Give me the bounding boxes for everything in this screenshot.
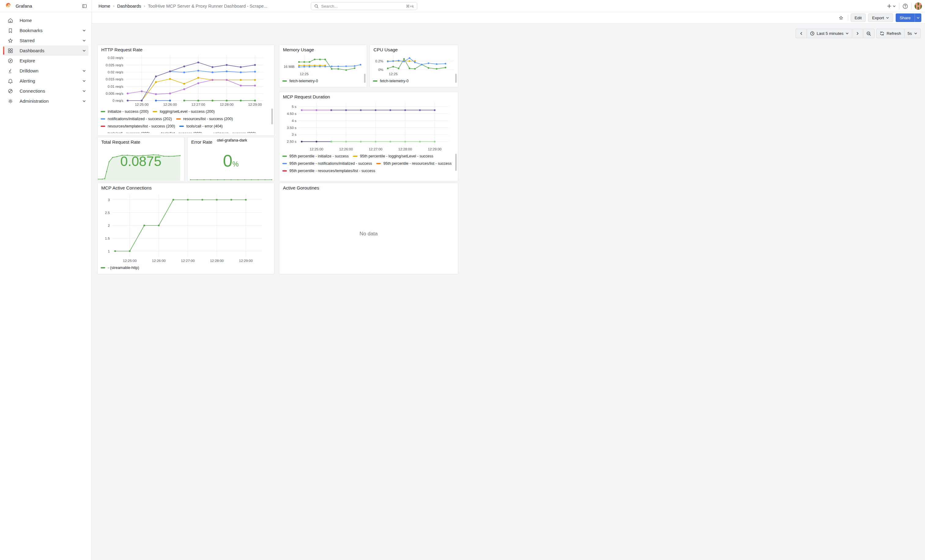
sidebar-item-dashboards[interactable]: Dashboards <box>3 45 88 56</box>
sidebar-item-connections[interactable]: Connections <box>3 86 88 96</box>
panel-title[interactable]: Total Request Rate <box>98 137 184 144</box>
breadcrumb-item[interactable]: Dashboards <box>117 4 141 9</box>
svg-text:12:28:00: 12:28:00 <box>398 147 412 151</box>
sidebar-item-label: Bookmarks <box>20 28 42 33</box>
sidebar-item-alerting[interactable]: Alerting <box>3 76 88 86</box>
link-icon <box>8 88 14 94</box>
legend-item[interactable]: tools/list - success (200) <box>154 130 202 133</box>
svg-text:0 req/s: 0 req/s <box>113 99 123 102</box>
panel-memory-usage: Memory Usage 12:2516 MiB fetch-telemetry… <box>279 45 367 87</box>
legend-item[interactable]: notifications/initialized - success (202… <box>101 115 172 123</box>
sidebar-item-drilldown[interactable]: Drilldown <box>3 66 88 76</box>
legend-item[interactable]: tools/call - success (200) <box>101 130 150 133</box>
star-icon <box>8 38 14 44</box>
chevron-down-icon[interactable] <box>82 69 86 73</box>
brand: Grafana <box>0 0 92 12</box>
sidebar-item-label: Alerting <box>20 78 35 83</box>
chart-legend: fetch-telemetry-0 <box>373 77 455 85</box>
chevron-down-icon[interactable] <box>82 99 86 103</box>
svg-text:0.01 req/s: 0.01 req/s <box>108 85 123 89</box>
sidebar-item-explore[interactable]: Explore <box>3 56 88 66</box>
legend-label: 95th percentile - initialize - success <box>289 154 349 158</box>
panel-title[interactable]: MCP Active Connections <box>98 183 274 191</box>
search-input[interactable] <box>321 4 406 9</box>
http-request-rate-chart[interactable]: 12:25:0012:26:0012:27:0012:28:0012:29:00… <box>100 54 272 107</box>
legend-swatch <box>179 126 184 127</box>
legend-item[interactable]: 95th percentile - logging/setLevel - suc… <box>353 153 434 160</box>
legend-item[interactable]: resources/list - success (200) <box>176 115 233 123</box>
breadcrumb-separator: › <box>144 4 145 8</box>
error-value: 0 <box>223 151 232 170</box>
svg-text:3: 3 <box>108 198 110 202</box>
legend-label: - (streamable-http) <box>108 266 139 270</box>
legend-item[interactable]: fetch-telemetry-0 <box>373 77 409 85</box>
stat-value: 0.0875 <box>98 154 184 169</box>
sidebar-item-administration[interactable]: Administration <box>3 96 88 106</box>
legend-item[interactable]: 95th percentile - resources/templates/li… <box>282 167 375 174</box>
svg-text:0.025 req/s: 0.025 req/s <box>105 63 123 67</box>
legend-item[interactable]: resources/templates/list - success (200) <box>101 123 175 130</box>
legend-label: tools/list - success (200) <box>161 131 202 133</box>
svg-text:1.5: 1.5 <box>105 237 110 240</box>
legend-label: fetch-telemetry-0 <box>289 79 318 83</box>
sidebar-item-label: Dashboards <box>20 48 44 53</box>
sidebar-item-home[interactable]: Home <box>3 15 88 26</box>
chevron-down-icon[interactable] <box>82 49 86 53</box>
svg-text:2.50 s: 2.50 s <box>287 140 297 143</box>
grafana-logo-icon[interactable] <box>4 2 12 10</box>
stat-value: 0% <box>187 151 274 171</box>
panel-cpu-usage: CPU Usage 12:250.2%0% fetch-telemetry-0 <box>369 45 458 87</box>
legend-item[interactable]: initialize - success (200) <box>101 108 148 115</box>
legend-scrollbar[interactable] <box>271 108 273 125</box>
svg-text:0.005 req/s: 0.005 req/s <box>105 92 123 95</box>
search-box[interactable]: ⌘+k <box>311 2 417 10</box>
legend-label: tools/call - error (404) <box>186 124 223 128</box>
chevron-down-icon[interactable] <box>82 79 86 83</box>
legend-item[interactable]: unknown - success (200) <box>206 130 256 133</box>
cpu-usage-chart[interactable]: 12:250.2%0% <box>372 54 456 77</box>
mcp-request-duration-chart[interactable]: 12:25:0012:26:0012:27:0012:28:0012:29:00… <box>282 101 456 152</box>
chevron-down-icon[interactable] <box>82 29 86 32</box>
legend-item[interactable]: 95th percentile - resources/list - succe… <box>376 160 452 167</box>
chevron-down-icon[interactable] <box>82 39 86 42</box>
chevron-down-icon[interactable] <box>82 89 86 93</box>
breadcrumb-item[interactable]: Home <box>98 4 110 9</box>
svg-text:12:26:00: 12:26:00 <box>152 259 166 263</box>
breadcrumb: Home›Dashboards›ToolHive MCP Server & Pr… <box>98 4 267 9</box>
legend-label: initialize - success (200) <box>108 110 148 114</box>
svg-text:12:29:00: 12:29:00 <box>248 103 262 107</box>
legend-label: 95th percentile - logging/setLevel - suc… <box>360 154 434 158</box>
legend-label: 95th percentile - resources/list - succe… <box>383 161 452 166</box>
sidebar-collapse-icon[interactable] <box>82 3 87 9</box>
legend-item[interactable]: logging/setLevel - success (200) <box>153 108 214 115</box>
mcp-active-connections-chart[interactable]: 12:25:0012:26:0012:27:0012:28:0012:29:00… <box>100 192 272 263</box>
svg-text:12:25: 12:25 <box>300 72 309 76</box>
legend-item[interactable]: 95th percentile - notifications/initiali… <box>282 160 372 167</box>
svg-text:4.50 s: 4.50 s <box>287 112 297 116</box>
legend-item[interactable]: 95th percentile - initialize - success <box>282 153 349 160</box>
svg-text:12:26:00: 12:26:00 <box>339 147 353 151</box>
sidebar-item-bookmarks[interactable]: Bookmarks <box>3 26 88 36</box>
legend-swatch <box>282 163 287 164</box>
legend-item[interactable]: - (streamable-http) <box>101 264 139 272</box>
legend-swatch <box>282 170 287 171</box>
svg-text:12:28:00: 12:28:00 <box>210 259 224 263</box>
legend-label: resources/list - success (200) <box>183 117 233 121</box>
floating-theme-label: otel-grafana-dark <box>217 138 247 143</box>
panel-mcp-request-duration: MCP Request Duration 12:25:0012:26:0012:… <box>279 92 458 181</box>
gear-icon <box>8 98 14 104</box>
panel-title[interactable]: MCP Request Duration <box>279 92 458 99</box>
sidebar-item-starred[interactable]: Starred <box>3 36 88 45</box>
svg-text:12:27:00: 12:27:00 <box>191 103 205 107</box>
legend-scrollbar[interactable] <box>455 154 457 171</box>
legend-item[interactable]: fetch-telemetry-0 <box>282 77 318 85</box>
panel-title[interactable]: Memory Usage <box>279 45 367 52</box>
svg-text:12:27:00: 12:27:00 <box>369 147 383 151</box>
memory-usage-chart[interactable]: 12:2516 MiB <box>282 54 365 77</box>
search-shortcut: ⌘+k <box>406 4 414 9</box>
panel-title[interactable]: HTTP Request Rate <box>98 45 274 52</box>
legend-scrollbar[interactable] <box>364 74 366 83</box>
panel-title[interactable]: CPU Usage <box>370 45 458 52</box>
legend-scrollbar[interactable] <box>455 74 457 83</box>
legend-item[interactable]: tools/call - error (404) <box>179 123 223 130</box>
